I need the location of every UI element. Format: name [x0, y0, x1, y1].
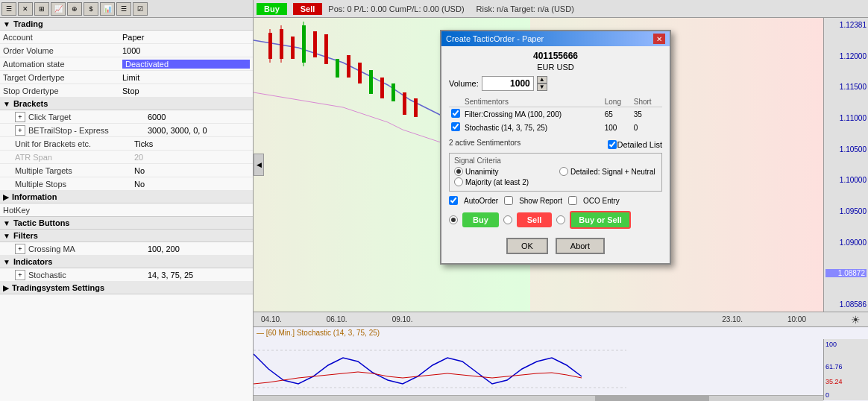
sentimentor-2-name: Stochastic (14, 3, 75, 25) — [462, 121, 603, 134]
sub-price-2: 61.76 — [825, 363, 867, 370]
order-buy-button[interactable]: Buy — [462, 212, 499, 227]
svg-rect-11 — [391, 83, 395, 101]
multiple-stops-value: No — [134, 180, 250, 189]
chart-area: Buy Sell Pos: 0 P/L: 0.00 CumP/L: 0.00 (… — [254, 0, 868, 401]
sentimentor-1-checkbox-cell — [449, 107, 462, 121]
sentimentor-1-checkbox[interactable] — [451, 109, 460, 118]
row-target-ordertype: Target Ordertype Limit — [0, 71, 253, 84]
svg-rect-8 — [358, 63, 362, 83]
abort-button[interactable]: Abort — [556, 238, 605, 254]
majority-radio[interactable] — [454, 177, 463, 186]
buy-or-sell-radio[interactable] — [556, 215, 565, 224]
row-atr-span: ATR Span 20 — [0, 151, 253, 164]
ocd-entry-checkbox[interactable] — [568, 196, 577, 205]
toggle-indicators-icon: ▼ — [3, 258, 10, 266]
row-unit-brackets: Unit for Brackets etc. Ticks — [0, 137, 253, 151]
detailed-signal-radio[interactable] — [559, 167, 568, 176]
price-8: 1.09000 — [825, 239, 867, 247]
section-tactic-buttons[interactable]: ▼ Tactic Buttons — [0, 217, 253, 230]
crossing-ma-toggle[interactable]: + — [15, 244, 25, 254]
betrailstop-toggle[interactable]: + — [15, 125, 25, 136]
volume-down-button[interactable]: ▼ — [537, 83, 547, 91]
sentimentor-row-1: Filter:Crossing MA (100, 200) 65 35 — [449, 107, 662, 121]
multiple-targets-label: Multiple Targets — [15, 166, 134, 175]
section-trading-system-label: Tradingsystem Settings — [12, 283, 104, 292]
chart-scroll-left[interactable]: ◀ — [254, 154, 264, 176]
toolbar-menu-btn[interactable]: ☰ — [1, 2, 16, 16]
date-1: 04.10. — [261, 315, 282, 323]
order-buy-or-sell-button[interactable]: Buy or Sell — [570, 211, 630, 229]
chart-toolbar: Buy Sell Pos: 0 P/L: 0.00 CumP/L: 0.00 (… — [254, 0, 868, 18]
modal-close-button[interactable]: ✕ — [653, 34, 665, 44]
scroll-bar[interactable] — [254, 395, 823, 401]
price-scale: 1.12381 1.12000 1.11500 1.11000 1.10500 … — [823, 18, 868, 312]
section-brackets[interactable]: ▼ Brackets — [0, 98, 253, 110]
detailed-list-checkbox[interactable] — [608, 140, 617, 149]
section-trading-system-settings[interactable]: ▶ Tradingsystem Settings — [0, 282, 253, 294]
section-information[interactable]: ▶ Information — [0, 191, 253, 203]
sub-chart: — [60 Min.] Stochastic (14, 3, 75, 25) 1… — [254, 326, 868, 401]
auto-order-checkbox[interactable] — [449, 196, 458, 205]
majority-radio-row: Majority (at least 2) — [454, 177, 552, 186]
ok-button[interactable]: OK — [506, 238, 548, 254]
sun-icon: ☀ — [851, 314, 861, 326]
toolbar-grid-btn[interactable]: ⊞ — [34, 2, 49, 16]
svg-rect-5 — [324, 34, 328, 64]
stochastic-toggle[interactable]: + — [15, 270, 25, 280]
create-tactic-order-dialog: Create TacticOrder - Paper ✕ 401155666 E… — [440, 30, 671, 265]
hotkey-label: HotKey — [3, 206, 122, 215]
sentimentors-table: Sentimentors Long Short Filter:Crossing … — [449, 97, 662, 134]
toolbar-chart-btn[interactable]: 📈 — [51, 2, 66, 16]
row-multiple-targets: Multiple Targets No — [0, 164, 253, 177]
order-sell-button[interactable]: Sell — [517, 212, 553, 227]
section-trading[interactable]: ▼ Trading — [0, 18, 253, 31]
unanimity-radio[interactable] — [454, 167, 463, 176]
sub-price-3: 35.24 — [825, 378, 867, 385]
volume-row: Volume: ▲ ▼ — [449, 76, 662, 91]
sell-button[interactable]: Sell — [293, 3, 323, 15]
sentimentor-2-checkbox[interactable] — [451, 122, 460, 131]
crossing-ma-label: Crossing MA — [28, 244, 148, 253]
toolbar-bar-btn[interactable]: 📊 — [100, 2, 115, 16]
automation-state-value: Deactivated — [122, 60, 250, 69]
click-target-toggle[interactable]: + — [15, 112, 25, 122]
toolbar-check-btn[interactable]: ☑ — [133, 2, 148, 16]
buy-radio[interactable] — [449, 215, 458, 224]
svg-rect-12 — [403, 92, 406, 115]
show-report-checkbox[interactable] — [504, 196, 513, 205]
volume-up-button[interactable]: ▲ — [537, 76, 547, 83]
buy-button[interactable]: Buy — [257, 3, 287, 15]
sub-price-4: 0 — [825, 391, 867, 399]
row-automation-state: Automation state Deactivated — [0, 57, 253, 71]
date-3: 09.10. — [392, 315, 413, 323]
toolbar-list-btn[interactable]: ☰ — [116, 2, 131, 16]
sell-radio[interactable] — [503, 215, 512, 224]
row-stochastic: + Stochastic 14, 3, 75, 25 — [0, 268, 253, 282]
toolbar-close-btn[interactable]: ✕ — [18, 2, 33, 16]
section-indicators[interactable]: ▼ Indicators — [0, 256, 253, 268]
scroll-thumb[interactable] — [595, 396, 709, 401]
row-hotkey: HotKey — [0, 203, 253, 217]
ocd-entry-label: OCO Entry — [583, 197, 620, 205]
detailed-signal-radio-row: Detailed: Signal + Neutral — [559, 167, 657, 176]
detailed-signal-label: Detailed: Signal + Neutral — [570, 168, 655, 176]
tree-panel: ▼ Trading Account Paper Order Volume 100… — [0, 18, 253, 401]
modal-account-number: 401155666 — [449, 51, 662, 61]
row-crossing-ma: + Crossing MA 100, 200 — [0, 242, 253, 256]
toolbar-dollar-btn[interactable]: $ — [84, 2, 98, 16]
bottom-checkboxes: AutoOrder Show Report OCO Entry — [449, 196, 662, 205]
svg-rect-10 — [380, 78, 384, 98]
modal-title: Create TacticOrder - Paper — [446, 34, 544, 43]
atr-span-value: 20 — [134, 153, 250, 162]
volume-input[interactable] — [482, 76, 534, 91]
section-tactic-buttons-label: Tactic Buttons — [13, 218, 70, 227]
x-axis: 04.10. 06.10. 09.10. 23.10. 10:00 ☀ — [254, 312, 868, 326]
detailed-list-row: Detailed List — [608, 140, 662, 149]
toolbar-add-btn[interactable]: ⊕ — [67, 2, 82, 16]
sentimentor-1-name: Filter:Crossing MA (100, 200) — [462, 107, 603, 121]
modal-footer: OK Abort — [449, 235, 662, 259]
volume-spinner: ▲ ▼ — [537, 76, 547, 91]
modal-body: 401155666 EUR USD Volume: ▲ ▼ — [441, 46, 670, 263]
toggle-trading-system-icon: ▶ — [3, 284, 9, 292]
section-filters[interactable]: ▼ Filters — [0, 230, 253, 242]
